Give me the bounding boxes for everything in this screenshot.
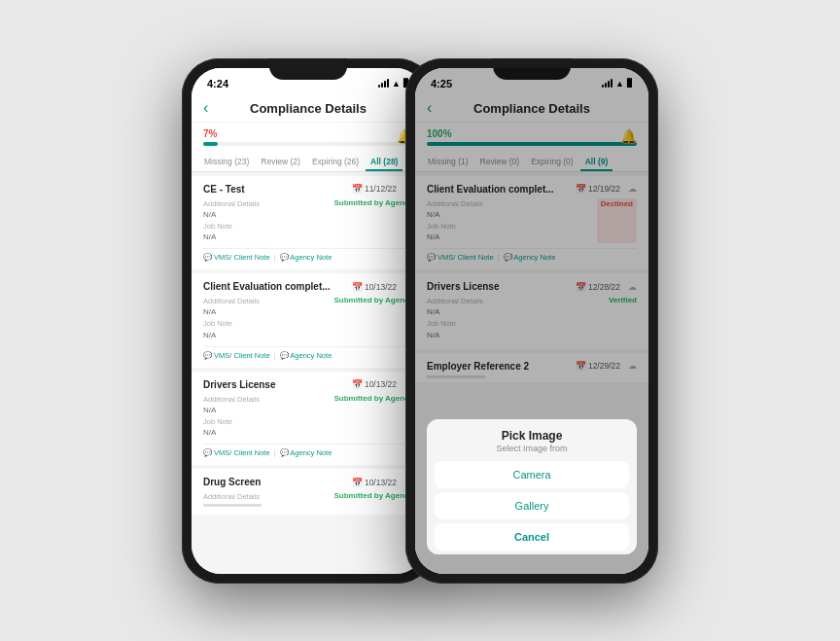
item-details: Additional Details N/A Job Note N/A (203, 296, 260, 341)
item-status: Submitted by Agency (334, 394, 414, 440)
back-button-left[interactable]: ‹ (203, 99, 208, 117)
gallery-option[interactable]: Gallery (435, 492, 629, 519)
wifi-left: ▲ (392, 79, 401, 89)
tab-review-left[interactable]: Review (2) (256, 154, 305, 171)
progress-bar-bg-left (203, 142, 413, 146)
item-actions: 💬 VMS/ Client Note | 💬 Agency Note (203, 444, 413, 457)
screen-right: 4:25 ▲ ▊ ‹ Complianc (415, 68, 648, 574)
item-actions: 💬 VMS/ Client Note | 💬 Agency Note (203, 248, 413, 262)
agency-note-btn[interactable]: 💬 Agency Note (280, 448, 332, 457)
tab-all-left[interactable]: All (28) (366, 154, 402, 171)
item-actions: 💬 VMS/ Client Note | 💬 Agency Note (203, 346, 413, 360)
calendar-icon: 📅 (352, 379, 363, 389)
item-status: Submitted by Agency (334, 296, 414, 341)
item-details: Additional Details N/A Job Note N/A (203, 198, 260, 244)
progress-bar-fill-left (203, 142, 218, 146)
status-icons-left: ▲ ▊ (378, 79, 409, 89)
item-date: 📅 10/13/22 (352, 478, 397, 487)
vms-note-btn[interactable]: 💬 VMS/ Client Note (203, 351, 270, 360)
cancel-button[interactable]: Cancel (435, 523, 629, 551)
camera-option[interactable]: Camera (435, 461, 629, 488)
modal-title: Pick Image (442, 429, 621, 443)
item-date: 📅 11/12/22 (352, 184, 397, 194)
modal-title-area: Pick Image Select Image from (427, 419, 637, 457)
item-name: Drivers License (203, 379, 276, 390)
tabs-left: Missing (23) Review (2) Expiring (26) Al… (192, 150, 425, 172)
item-date: 📅 10/13/22 (352, 282, 397, 292)
signal-left (378, 79, 389, 88)
item-status: Submitted by Agency (334, 198, 414, 244)
tab-expiring-left[interactable]: Expiring (26) (307, 154, 364, 171)
calendar-icon: 📅 (352, 184, 363, 194)
item-status: Submitted by Agency (334, 491, 414, 507)
agency-note-btn[interactable]: 💬 Agency Note (280, 253, 332, 262)
item-details: Additional Details N/A Job Note N/A (203, 394, 260, 440)
list-item: Client Evaluation complet... 📅 10/13/22 … (192, 273, 425, 368)
notch-left (269, 58, 347, 80)
header-title-left: Compliance Details (250, 101, 367, 116)
phone-right: 4:25 ▲ ▊ ‹ Complianc (405, 58, 658, 584)
screen-left: 4:24 ▲ ▊ ‹ Complianc (192, 68, 425, 574)
phone-left: 4:24 ▲ ▊ ‹ Complianc (182, 58, 435, 584)
item-details: Additional Details (203, 491, 262, 507)
calendar-icon: 📅 (352, 282, 363, 292)
pick-image-modal: Pick Image Select Image from Camera Gall… (427, 419, 637, 554)
time-left: 4:24 (207, 78, 228, 89)
item-date: 📅 10/13/22 (352, 379, 397, 389)
item-name: Client Evaluation complet... (203, 281, 331, 292)
modal-overlay: Pick Image Select Image from Camera Gall… (415, 68, 648, 574)
progress-label-left: 7% (203, 128, 413, 139)
app-header-left: ‹ Compliance Details (192, 95, 425, 123)
item-name: CE - Test (203, 184, 245, 195)
vms-note-btn[interactable]: 💬 VMS/ Client Note (203, 448, 270, 457)
progress-area-left: 7% 🔔 (192, 123, 425, 150)
agency-note-btn[interactable]: 💬 Agency Note (280, 351, 332, 360)
list-item: CE - Test 📅 11/12/22 ☁ Additional Detail… (192, 176, 425, 270)
list-item: Drivers License 📅 10/13/22 ☁ Additional … (192, 372, 425, 466)
list-item: Drug Screen 📅 10/13/22 ☁ Additional Deta… (192, 469, 425, 515)
calendar-icon: 📅 (352, 478, 363, 487)
vms-note-btn[interactable]: 💬 VMS/ Client Note (203, 253, 270, 262)
content-area-left: CE - Test 📅 11/12/22 ☁ Additional Detail… (192, 172, 425, 574)
item-name: Drug Screen (203, 477, 261, 487)
tab-missing-left[interactable]: Missing (23) (199, 154, 254, 171)
modal-subtitle: Select Image from (442, 444, 621, 453)
